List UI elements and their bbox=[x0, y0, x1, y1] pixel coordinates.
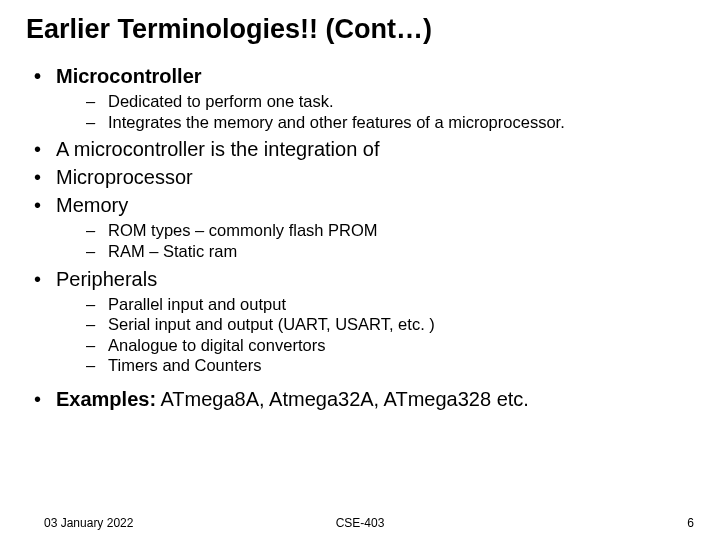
bullet-text: Microcontroller bbox=[56, 65, 202, 87]
footer-page-number: 6 bbox=[687, 516, 694, 530]
sub-item: Serial input and output (UART, USART, et… bbox=[56, 314, 694, 335]
examples-rest: ATmega8A, Atmega32A, ATmega328 etc. bbox=[156, 388, 529, 410]
footer: 03 January 2022 CSE-403 6 bbox=[0, 516, 720, 530]
sub-item: Parallel input and output bbox=[56, 294, 694, 315]
footer-date: 03 January 2022 bbox=[44, 516, 133, 530]
bullet-text: Memory bbox=[56, 194, 128, 216]
slide-title: Earlier Terminologies!! (Cont…) bbox=[26, 14, 694, 45]
sub-item: Integrates the memory and other features… bbox=[56, 112, 694, 133]
bullet-memory: Memory ROM types – commonly flash PROM R… bbox=[26, 192, 694, 261]
sub-item: Dedicated to perform one task. bbox=[56, 91, 694, 112]
bullet-integration: A microcontroller is the integration of bbox=[26, 136, 694, 162]
bullet-microprocessor: Microprocessor bbox=[26, 164, 694, 190]
slide: Earlier Terminologies!! (Cont…) Microcon… bbox=[0, 0, 720, 540]
bullet-list: Microcontroller Dedicated to perform one… bbox=[26, 63, 694, 376]
sub-list: Dedicated to perform one task. Integrate… bbox=[56, 91, 694, 132]
sub-item: Timers and Counters bbox=[56, 355, 694, 376]
sub-list: ROM types – commonly flash PROM RAM – St… bbox=[56, 220, 694, 261]
sub-item: Analogue to digital convertors bbox=[56, 335, 694, 356]
examples-label: Examples: bbox=[56, 388, 156, 410]
sub-item: RAM – Static ram bbox=[56, 241, 694, 262]
footer-course: CSE-403 bbox=[336, 516, 385, 530]
sub-list: Parallel input and output Serial input a… bbox=[56, 294, 694, 377]
bullet-microcontroller: Microcontroller Dedicated to perform one… bbox=[26, 63, 694, 132]
bullet-examples: Examples: ATmega8A, Atmega32A, ATmega328… bbox=[26, 386, 694, 412]
sub-item: ROM types – commonly flash PROM bbox=[56, 220, 694, 241]
bullet-list-examples: Examples: ATmega8A, Atmega32A, ATmega328… bbox=[26, 386, 694, 412]
bullet-peripherals: Peripherals Parallel input and output Se… bbox=[26, 266, 694, 377]
bullet-text: Peripherals bbox=[56, 268, 157, 290]
